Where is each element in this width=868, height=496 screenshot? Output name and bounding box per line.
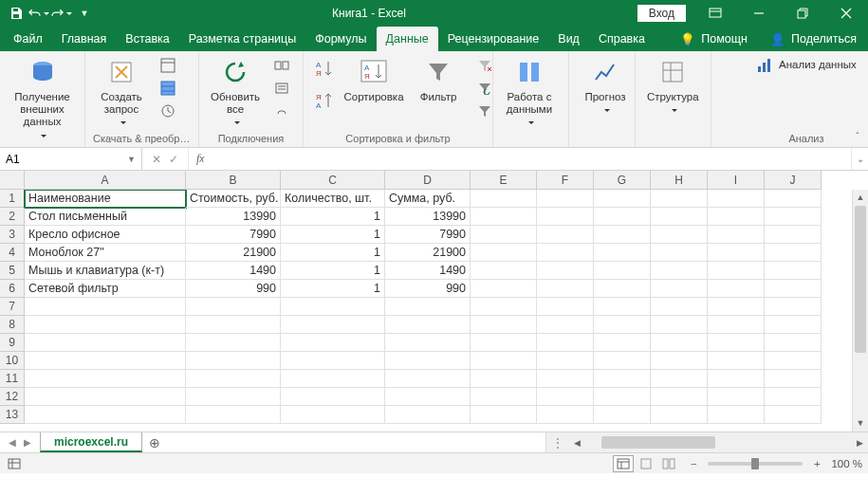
name-box[interactable]: ▼ [0,148,142,170]
restore-icon[interactable] [781,0,824,27]
cell[interactable] [651,406,708,424]
column-header[interactable]: I [708,171,765,190]
cell[interactable] [708,406,765,424]
sort-button[interactable]: АЯ Сортировка [345,55,402,105]
cell[interactable] [594,352,651,370]
row-header[interactable]: 13 [0,406,25,424]
cell[interactable] [186,388,281,406]
share-button[interactable]: 👤Поделиться [759,27,868,51]
cell[interactable] [651,388,708,406]
cell[interactable]: 1490 [385,262,471,280]
tab-data[interactable]: Данные [377,27,438,51]
cell[interactable] [537,388,594,406]
cell[interactable] [537,406,594,424]
tell-me[interactable]: 💡Помощн [669,27,759,51]
cell[interactable] [765,262,822,280]
redo-icon[interactable] [51,3,72,24]
cell[interactable] [594,370,651,388]
cell[interactable] [765,370,822,388]
row-header[interactable]: 9 [0,334,25,352]
cell[interactable]: 13990 [186,208,281,226]
cell[interactable] [708,298,765,316]
cell[interactable] [594,208,651,226]
connections-icon[interactable] [271,55,292,76]
cell[interactable] [471,388,537,406]
tab-view[interactable]: Вид [548,27,589,51]
cell[interactable] [708,370,765,388]
tab-help[interactable]: Справка [589,27,655,51]
cell[interactable] [537,352,594,370]
cancel-formula-icon[interactable]: ✕ [152,153,161,166]
cell[interactable] [385,406,471,424]
cell[interactable] [594,388,651,406]
cell[interactable] [471,262,537,280]
outline-button[interactable]: Структура [643,55,703,115]
cell[interactable] [537,262,594,280]
cell[interactable] [708,334,765,352]
column-header[interactable]: E [471,171,537,190]
cell[interactable]: 7990 [385,226,471,244]
signin-button[interactable]: Вход [637,5,686,22]
cell[interactable] [708,190,765,208]
cell[interactable] [765,280,822,298]
cell[interactable] [537,370,594,388]
cell[interactable]: 1 [281,280,385,298]
cell[interactable] [594,406,651,424]
horizontal-scrollbar[interactable]: ⋮ ◀ ▶ [545,432,868,452]
cell[interactable]: Моноблок 27" [25,244,186,262]
cell[interactable] [25,406,186,424]
cell[interactable] [186,334,281,352]
tab-file[interactable]: Файл [4,27,52,51]
cell[interactable] [186,370,281,388]
cell[interactable] [594,244,651,262]
cell[interactable] [765,406,822,424]
cell[interactable]: 1 [281,262,385,280]
cell[interactable] [651,226,708,244]
cell[interactable]: Стоимость, руб. [186,190,281,208]
filter-button[interactable]: Фильтр [410,55,467,105]
cell[interactable] [471,334,537,352]
scroll-down-icon[interactable]: ▼ [853,415,868,432]
clear-filter-icon[interactable] [474,55,495,76]
cell[interactable] [765,388,822,406]
cell[interactable] [471,280,537,298]
new-query-button[interactable]: Создать запрос [93,55,150,127]
cell[interactable] [765,298,822,316]
cell[interactable] [651,334,708,352]
sheet-tab[interactable]: microexcel.ru [40,432,142,452]
cell[interactable]: 21900 [385,244,471,262]
cell[interactable] [186,352,281,370]
cell[interactable] [765,190,822,208]
cell[interactable] [765,244,822,262]
cell[interactable]: Мышь и клавиатура (к-т) [25,262,186,280]
cell[interactable] [186,406,281,424]
tab-formulas[interactable]: Формулы [305,27,376,51]
cell[interactable] [708,352,765,370]
column-header[interactable]: C [281,171,385,190]
cell[interactable] [281,298,385,316]
cell[interactable]: Кресло офисное [25,226,186,244]
cell[interactable]: 990 [385,280,471,298]
cell[interactable]: Количество, шт. [281,190,385,208]
cell[interactable] [537,226,594,244]
cell[interactable] [708,388,765,406]
cell[interactable] [471,298,537,316]
cell[interactable] [25,298,186,316]
row-header[interactable]: 5 [0,262,25,280]
cell[interactable] [651,370,708,388]
cell[interactable] [385,352,471,370]
cell[interactable] [25,388,186,406]
cell[interactable] [651,280,708,298]
cell[interactable] [471,208,537,226]
name-box-input[interactable] [6,153,127,166]
cell[interactable] [708,244,765,262]
cell[interactable] [537,298,594,316]
cell[interactable] [651,208,708,226]
row-header[interactable]: 8 [0,316,25,334]
cell[interactable] [281,352,385,370]
cell[interactable] [281,388,385,406]
expand-formula-bar-icon[interactable]: ⌄ [851,148,868,170]
column-header[interactable]: D [385,171,471,190]
get-external-data-button[interactable]: Получение внешних данных [8,55,77,140]
cell[interactable] [537,244,594,262]
